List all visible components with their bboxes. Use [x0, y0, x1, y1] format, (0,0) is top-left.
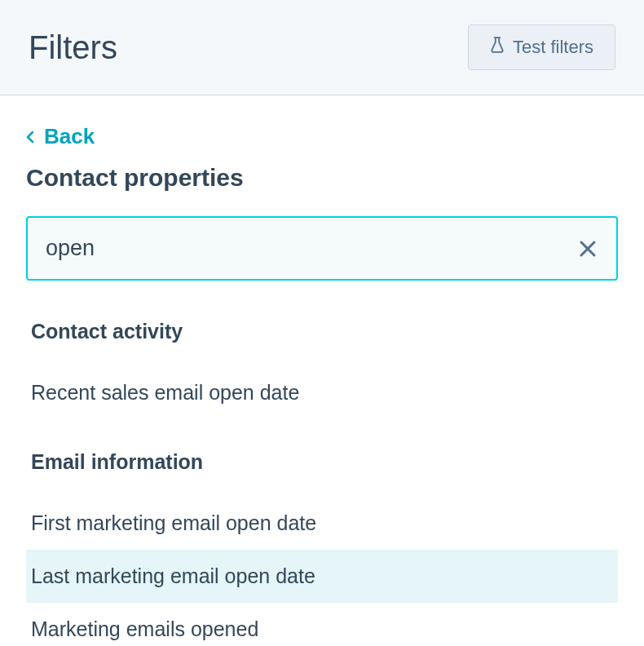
property-item[interactable]: Marketing emails opened — [26, 603, 618, 646]
flask-icon — [490, 37, 505, 58]
group-header: Email information — [26, 444, 618, 497]
close-icon — [578, 239, 598, 259]
search-input[interactable] — [26, 216, 618, 281]
page-title: Filters — [29, 29, 117, 66]
back-label: Back — [44, 124, 95, 149]
chevron-left-icon — [26, 124, 34, 149]
content-area: Back Contact properties Contact activity… — [0, 95, 644, 646]
filters-header: Filters Test filters — [0, 0, 644, 95]
test-filters-label: Test filters — [513, 37, 593, 58]
test-filters-button[interactable]: Test filters — [468, 24, 615, 70]
section-title: Contact properties — [26, 164, 618, 192]
clear-search-button[interactable] — [578, 239, 598, 259]
search-wrapper — [26, 216, 618, 281]
property-item[interactable]: Recent sales email open date — [26, 366, 618, 419]
property-item[interactable]: First marketing email open date — [26, 497, 618, 550]
back-link[interactable]: Back — [26, 124, 95, 149]
property-list: Contact activity Recent sales email open… — [26, 313, 618, 646]
property-item[interactable]: Last marketing email open date — [26, 550, 618, 603]
group-header: Contact activity — [26, 313, 618, 366]
